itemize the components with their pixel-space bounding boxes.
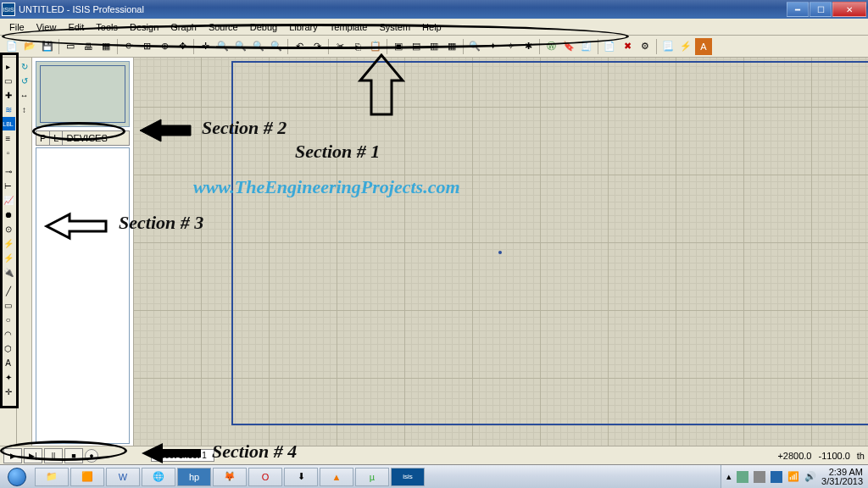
taskbar-app-mediaplayer[interactable]: 🟧 (70, 468, 104, 486)
taskbar-clock[interactable]: 2:39 AM 3/31/2013 (821, 468, 863, 486)
taskbar-app-firefox[interactable]: 🦊 (213, 468, 247, 486)
taskbar-app-idm[interactable]: ⬇ (284, 468, 318, 486)
annotation-label-2: Section # 2 (202, 117, 287, 139)
tray-icon-1[interactable] (737, 471, 748, 483)
orientation-toolbar: ↻ ↺ ↔ ↕ (17, 58, 32, 446)
tray-show-hidden-icon[interactable]: ▴ (726, 471, 732, 482)
title-bar: ISIS UNTITLED - ISIS Professional ━ ☐ ✕ (0, 0, 868, 19)
simulation-bar: ▶ ▶| || ■ ● Root sheet 1 +2800.0 -1100.0… (0, 446, 868, 464)
electrical-check-icon[interactable]: ⚡ (677, 38, 694, 55)
watermark-text: www.TheEngineeringProjects.com (193, 176, 460, 198)
annotation-arrow-up (356, 51, 407, 119)
annotation-arrow-left-2 (42, 212, 110, 241)
mirror-x-icon[interactable]: ↔ (18, 88, 31, 102)
sheet-border (231, 61, 868, 425)
object-selector: P L DEVICES (32, 58, 134, 446)
app-icon: ISIS (2, 3, 15, 16)
taskbar-app-opera[interactable]: O (248, 468, 282, 486)
annotation-rect-modetoolbar (0, 53, 19, 408)
design-explorer-icon[interactable]: ⚙ (637, 38, 654, 55)
remove-sheet-icon[interactable]: ✖ (619, 38, 636, 55)
bill-of-materials-icon[interactable]: 📃 (659, 38, 676, 55)
annotation-arrow-left-1 (136, 117, 195, 144)
annotation-label-3: Section # 3 (119, 212, 203, 234)
taskbar-app-explorer[interactable]: 📁 (35, 468, 69, 486)
taskbar-app-chrome[interactable]: 🌐 (142, 468, 175, 486)
close-button[interactable]: ✕ (832, 2, 866, 17)
netlist-ares-icon[interactable]: A (695, 38, 712, 55)
coordinate-readout: +2800.0 -1100.0 th (777, 451, 865, 461)
device-list[interactable] (36, 147, 130, 444)
annotation-label-4: Section # 4 (212, 441, 297, 463)
annotation-oval-devices (32, 122, 125, 141)
editing-canvas[interactable]: www.TheEngineeringProjects.com (134, 58, 868, 446)
maximize-button[interactable]: ☐ (810, 2, 832, 17)
origin-marker (498, 251, 502, 254)
tray-icon-2[interactable] (754, 471, 765, 483)
annotation-label-1: Section # 1 (295, 141, 380, 163)
coord-units: th (857, 451, 865, 461)
annotation-arrow-left-3 (137, 441, 205, 466)
rotate-cw-icon[interactable]: ↻ (18, 59, 31, 73)
coord-y: -1100.0 (819, 451, 850, 461)
overview-window[interactable] (36, 61, 130, 127)
rotate-ccw-icon[interactable]: ↺ (18, 74, 31, 87)
tray-network-icon[interactable]: 📶 (787, 471, 799, 482)
taskbar-app-isis[interactable]: isis (391, 468, 425, 486)
coord-x: +2800.0 (777, 451, 811, 461)
mirror-y-icon[interactable]: ↕ (18, 103, 31, 116)
taskbar-app-utorrent[interactable]: µ (355, 468, 389, 486)
minimize-button[interactable]: ━ (787, 2, 809, 17)
taskbar-app-word[interactable]: W (106, 468, 140, 486)
tray-icon-3[interactable] (771, 471, 782, 483)
windows-taskbar: 📁 🟧 W 🌐 hp 🦊 O ⬇ ▲ µ isis ▴ 📶 🔊 2:39 AM … (0, 464, 868, 488)
windows-orb-icon (8, 468, 26, 486)
annotation-oval-toolbar (2, 24, 629, 49)
start-button[interactable] (0, 465, 34, 489)
tray-volume-icon[interactable]: 🔊 (804, 471, 816, 482)
annotation-oval-simbar (0, 441, 127, 461)
window-title: UNTITLED - ISIS Professional (19, 4, 786, 14)
taskbar-app-vlc[interactable]: ▲ (320, 468, 353, 486)
taskbar-app-hp[interactable]: hp (177, 468, 211, 486)
